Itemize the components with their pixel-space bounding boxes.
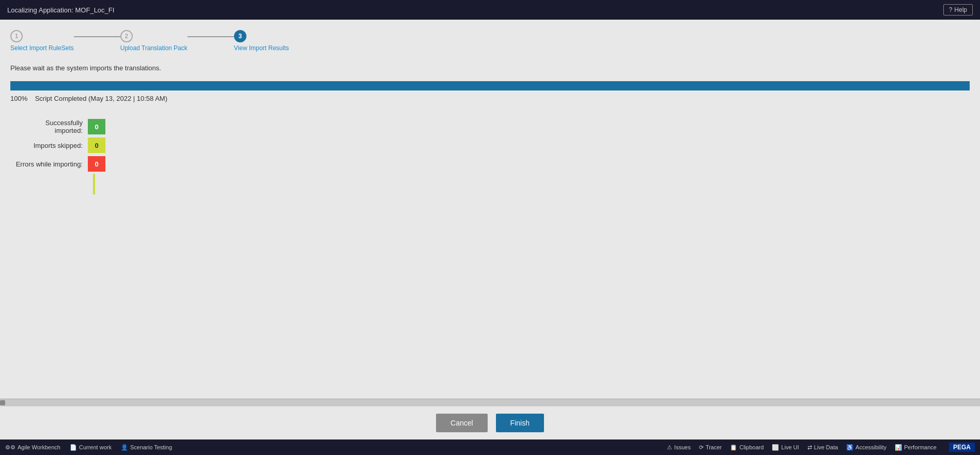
taskbar-liveui[interactable]: ⬜ Live UI [772, 444, 799, 451]
app-title: Localizing Application: MOF_Loc_FI [7, 6, 114, 14]
errors-badge: 0 [88, 156, 105, 172]
workbench-icon: ⚙ [5, 444, 15, 451]
tracer-icon: ⟳ [699, 444, 704, 451]
errors-label: Errors while importing: [15, 160, 88, 168]
step-2-circle: 2 [120, 30, 133, 42]
progress-status: 100% Script Completed (May 13, 2022 | 10… [10, 95, 970, 102]
import-results: Successfully imported: 0 Imports skipped… [10, 118, 970, 194]
pega-logo: PEGA [949, 443, 975, 452]
accessibility-icon: ♿ [846, 444, 853, 451]
taskbar-issues[interactable]: ⚠ Issues [667, 444, 691, 451]
skipped-badge: 0 [88, 138, 105, 153]
question-icon: ? [949, 6, 953, 13]
step-connector-2 [188, 36, 234, 37]
step-3-label: View Import Results [234, 44, 289, 52]
taskbar-performance[interactable]: 📊 Performance [895, 444, 937, 451]
help-button[interactable]: ? Help [943, 4, 973, 16]
wizard-steps: 1 Select Import RuleSets 2 Upload Transl… [10, 30, 970, 52]
wizard-step-3: 3 View Import Results [234, 30, 289, 52]
top-bar: Localizing Application: MOF_Loc_FI ? Hel… [0, 0, 980, 20]
wait-text: Please wait as the system imports the tr… [10, 64, 970, 72]
step-1-label: Select Import RuleSets [10, 44, 74, 52]
progress-bar [10, 81, 970, 90]
step-connector-1 [74, 36, 120, 37]
taskbar-livedata[interactable]: ⇄ Live Data [807, 444, 838, 451]
taskbar-accessibility[interactable]: ♿ Accessibility [846, 444, 886, 451]
taskbar-tracer[interactable]: ⟳ Tracer [699, 444, 722, 451]
liveui-icon: ⬜ [772, 444, 779, 451]
result-row-errors: Errors while importing: 0 [15, 155, 970, 173]
results-list: Successfully imported: 0 Imports skipped… [15, 118, 970, 194]
taskbar-clipboard[interactable]: 📋 Clipboard [730, 444, 764, 451]
progress-percent: 100% [10, 95, 27, 102]
taskbar-current-work[interactable]: 📄 Current work [70, 444, 112, 451]
taskbar-agile-workbench[interactable]: ⚙ Agile Workbench [5, 444, 60, 451]
wizard-step-2: 2 Upload Translation Pack [120, 30, 188, 52]
progress-fill [10, 81, 970, 90]
step-2-label: Upload Translation Pack [120, 44, 188, 52]
livedata-icon: ⇄ [807, 444, 812, 451]
taskbar-left: ⚙ Agile Workbench 📄 Current work 👤 Scena… [5, 444, 667, 451]
taskbar-right: ⚠ Issues ⟳ Tracer 📋 Clipboard ⬜ Live UI … [667, 443, 975, 452]
button-bar: Cancel Finish [0, 406, 980, 439]
success-label: Successfully imported: [15, 119, 88, 134]
currentwork-icon: 📄 [70, 444, 77, 451]
taskbar: ⚙ Agile Workbench 📄 Current work 👤 Scena… [0, 439, 980, 455]
issues-icon: ⚠ [667, 444, 672, 451]
traffic-light-pole [93, 174, 95, 194]
wizard-step-1: 1 Select Import RuleSets [10, 30, 74, 52]
main-content: 1 Select Import RuleSets 2 Upload Transl… [0, 20, 980, 399]
progress-complete-text: Script Completed (May 13, 2022 | 10:58 A… [35, 95, 167, 102]
performance-icon: 📊 [895, 444, 902, 451]
scrollbar-thumb[interactable] [0, 400, 5, 405]
clipboard-icon: 📋 [730, 444, 737, 451]
scrollbar-area[interactable] [0, 399, 980, 406]
cancel-button[interactable]: Cancel [436, 414, 488, 432]
success-badge: 0 [88, 119, 105, 134]
step-1-circle: 1 [10, 30, 23, 42]
taskbar-scenario-testing[interactable]: 👤 Scenario Testing [121, 444, 172, 451]
result-row-skipped: Imports skipped: 0 [15, 136, 970, 154]
skipped-label: Imports skipped: [15, 142, 88, 149]
finish-button[interactable]: Finish [496, 414, 544, 432]
result-row-success: Successfully imported: 0 [15, 118, 970, 135]
scenario-icon: 👤 [121, 444, 128, 451]
step-3-circle: 3 [234, 30, 246, 42]
